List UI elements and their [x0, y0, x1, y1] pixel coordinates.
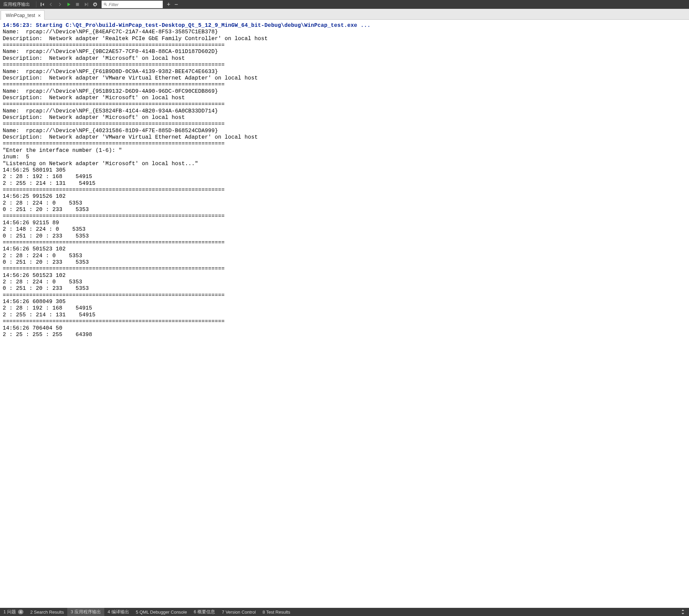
statusbar-item[interactable]: 2 Search Results: [27, 608, 67, 616]
output-line: ========================================…: [3, 62, 686, 68]
output-line: Name: rpcap://\Device\NPF_{F61B9D8D-0C9A…: [3, 69, 686, 75]
output-console[interactable]: 14:56:23: Starting C:\Qt_Pro\build-WinPc…: [0, 20, 689, 339]
statusbar-item[interactable]: 6 概要信息: [190, 608, 218, 616]
output-line: ========================================…: [3, 266, 686, 272]
statusbar-item[interactable]: 1 问题4: [0, 608, 27, 616]
output-line: ========================================…: [3, 121, 686, 127]
output-line: 0 : 251 : 20 : 233 5353: [3, 207, 686, 213]
output-line: 2 : 255 : 214 : 131 54915: [3, 180, 686, 187]
svg-point-1: [104, 3, 106, 5]
output-line: Description: Network adapter 'Microsoft'…: [3, 55, 686, 62]
output-line: "Listening on Network adapter 'Microsoft…: [3, 161, 686, 167]
statusbar-item-label: 3 应用程序输出: [71, 609, 101, 615]
output-line: Name: rpcap://\Device\NPF_{B4EAFC7C-21A7…: [3, 29, 686, 35]
output-line: 0 : 251 : 20 : 233 5353: [3, 259, 686, 266]
output-line: ========================================…: [3, 213, 686, 219]
output-line: ========================================…: [3, 42, 686, 49]
separator: [36, 1, 36, 7]
statusbar-item-label: 4 编译输出: [108, 609, 129, 615]
output-line: Description: Network adapter 'Microsoft'…: [3, 95, 686, 101]
output-line: 2 : 28 : 192 : 168 54915: [3, 305, 686, 312]
attach-debugger-icon[interactable]: [38, 0, 47, 9]
output-line: ========================================…: [3, 187, 686, 193]
filter-input-container[interactable]: [102, 1, 163, 8]
statusbar-item-label: 6 概要信息: [194, 609, 215, 615]
next-icon[interactable]: [55, 0, 64, 9]
statusbar-item[interactable]: 4 编译输出: [104, 608, 132, 616]
statusbar-item[interactable]: 3 应用程序输出: [67, 608, 104, 616]
output-line: 2 : 28 : 224 : 0 5353: [3, 279, 686, 285]
output-line: 14:56:26 608049 305: [3, 299, 686, 305]
filter-input[interactable]: [109, 2, 161, 7]
output-line: Name: rpcap://\Device\NPF_{951B9132-D6D9…: [3, 88, 686, 95]
output-line: 0 : 251 : 20 : 233 5353: [3, 285, 686, 292]
output-tab[interactable]: WinPcap_test ✕: [1, 10, 45, 20]
output-line: ========================================…: [3, 101, 686, 108]
statusbar-item[interactable]: 7 Version Control: [218, 608, 259, 616]
zoom-in-icon[interactable]: +: [165, 1, 173, 7]
output-line: "Enter the interface number (1-6): ": [3, 147, 686, 154]
output-line: ========================================…: [3, 318, 686, 325]
statusbar-item-label: 5 QML Debugger Console: [136, 610, 187, 615]
output-line: Description: Network adapter 'Microsoft'…: [3, 115, 686, 121]
start-line: 14:56:23: Starting C:\Qt_Pro\build-WinPc…: [3, 22, 686, 29]
zoom-out-icon[interactable]: −: [173, 1, 180, 7]
statusbar-item-label: 1 问题: [3, 609, 16, 615]
output-line: ========================================…: [3, 240, 686, 246]
output-line: Name: rpcap://\Device\NPF_{40231586-81D9…: [3, 128, 686, 134]
statusbar-item[interactable]: 8 Test Results: [259, 608, 294, 616]
statusbar-item-label: 2 Search Results: [30, 610, 64, 615]
search-icon: [104, 2, 107, 6]
statusbar-item-label: 8 Test Results: [263, 610, 290, 615]
output-line: 2 : 148 : 224 : 0 5353: [3, 226, 686, 233]
svg-rect-0: [76, 3, 79, 6]
stop-icon[interactable]: [73, 0, 82, 9]
output-line: 0 : 251 : 20 : 233 5353: [3, 233, 686, 240]
run-icon[interactable]: [64, 0, 73, 9]
output-line: Description: Network adapter 'Realtek PC…: [3, 36, 686, 42]
statusbar-item-label: 7 Version Control: [222, 610, 256, 615]
output-line: ========================================…: [3, 292, 686, 299]
output-line: 14:56:25 991526 102: [3, 193, 686, 200]
output-line: 14:56:26 92115 89: [3, 220, 686, 226]
output-line: 2 : 28 : 192 : 168 54915: [3, 174, 686, 180]
output-line: ========================================…: [3, 141, 686, 147]
output-line: Description: Network adapter 'VMware Vir…: [3, 134, 686, 141]
prev-icon[interactable]: [47, 0, 55, 9]
output-line: 14:56:26 501523 102: [3, 246, 686, 252]
run-to-icon[interactable]: [82, 0, 91, 9]
output-tabbar: WinPcap_test ✕: [0, 9, 689, 20]
svg-line-2: [106, 5, 107, 6]
close-icon[interactable]: ✕: [38, 13, 40, 18]
output-line: 2 : 28 : 224 : 0 5353: [3, 253, 686, 259]
settings-icon[interactable]: [91, 0, 100, 9]
output-line: inum: 5: [3, 154, 686, 160]
badge: 4: [18, 610, 23, 614]
output-line: 14:56:25 580191 305: [3, 167, 686, 174]
output-line: 2 : 255 : 214 : 131 54915: [3, 312, 686, 318]
statusbar-item[interactable]: 5 QML Debugger Console: [132, 608, 191, 616]
output-toolbar: 应用程序输出 + −: [0, 0, 689, 9]
output-line: Name: rpcap://\Device\NPF_{E53824FB-41C4…: [3, 108, 686, 115]
output-line: 14:56:26 706404 50: [3, 325, 686, 332]
output-line: 2 : 25 : 255 : 255 64398: [3, 332, 686, 338]
output-line: Name: rpcap://\Device\NPF_{9BC2AE57-7CF0…: [3, 49, 686, 55]
output-line: Description: Network adapter 'VMware Vir…: [3, 75, 686, 82]
output-line: ========================================…: [3, 82, 686, 88]
panel-title: 应用程序输出: [0, 1, 35, 7]
status-bar: 1 问题42 Search Results3 应用程序输出4 编译输出5 QML…: [0, 608, 689, 616]
output-line: 2 : 28 : 224 : 0 5353: [3, 200, 686, 207]
tab-label: WinPcap_test: [6, 13, 35, 18]
statusbar-collapse-icon[interactable]: [681, 610, 689, 614]
output-line: 14:56:26 501523 102: [3, 272, 686, 279]
